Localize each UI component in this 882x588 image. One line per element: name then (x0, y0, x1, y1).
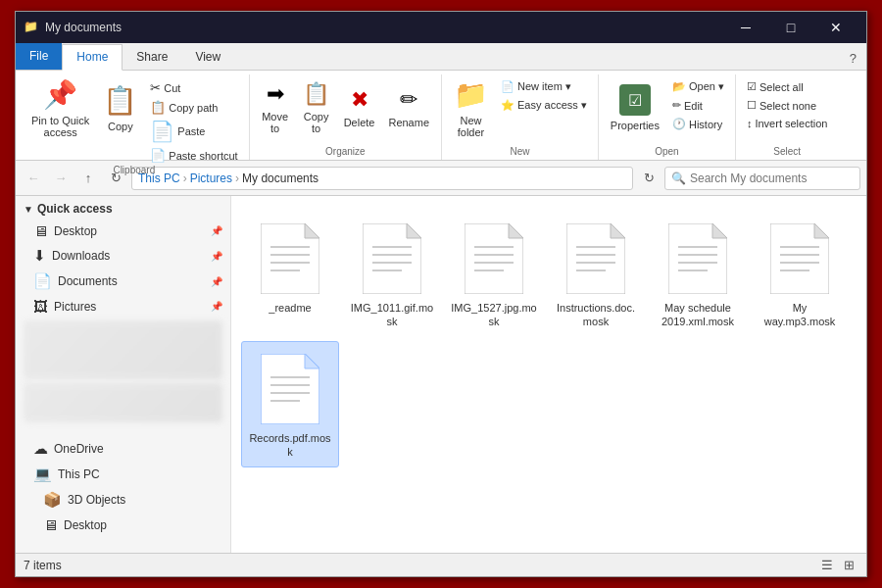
file-icon-my-way (764, 220, 835, 298)
select-none-button[interactable]: ☐ Select none (742, 97, 832, 114)
svg-marker-13 (509, 223, 523, 238)
file-item-instructions[interactable]: Instructions.doc.mosk (547, 212, 645, 337)
file-item-readme[interactable]: _readme (241, 212, 339, 337)
new-content: 📁 Newfolder 📄 New item ▾ ⭐ Easy access ▾ (448, 74, 592, 146)
sidebar-item-downloads-label: Downloads (52, 249, 110, 263)
clipboard-group: 📌 Pin to Quickaccess 📋 Copy ✂ Cut 📋 Copy… (20, 74, 250, 160)
address-refresh-button[interactable]: ↻ (637, 167, 661, 190)
file-icon-may-schedule (662, 220, 733, 298)
select-all-icon: ☑ (747, 80, 757, 93)
pin-to-quick-access-button[interactable]: 📌 Pin to Quickaccess (25, 74, 95, 141)
file-name-my-way: Myway.mp3.mosk (764, 301, 836, 329)
downloads-icon: ⬇ (33, 247, 46, 265)
tab-home[interactable]: Home (62, 44, 122, 71)
file-item-records[interactable]: Records.pdf.mosk (241, 341, 339, 468)
open-btn[interactable]: 📂 Open ▾ (667, 78, 729, 95)
new-folder-button[interactable]: 📁 Newfolder (448, 74, 494, 141)
tab-file[interactable]: File (16, 43, 62, 70)
search-icon: 🔍 (671, 172, 686, 185)
edit-icon: ✏ (672, 99, 681, 112)
view-buttons: ☰ ⊞ (817, 556, 858, 575)
new-item-button[interactable]: 📄 New item ▾ (496, 78, 592, 95)
history-icon: 🕐 (672, 118, 686, 130)
sidebar-blurred-2 (24, 383, 222, 422)
sidebar-blurred-1 (24, 320, 222, 379)
delete-button[interactable]: ✖ Delete (338, 74, 381, 141)
rename-icon: ✏ (400, 87, 417, 113)
downloads-pin-icon: 📌 (211, 251, 222, 262)
file-grid: _readme IMG_1011.gif.mosk (231, 196, 866, 483)
select-all-button[interactable]: ☑ Select all (742, 78, 832, 95)
select-label: Select (742, 146, 832, 160)
easy-access-button[interactable]: ⭐ Easy access ▾ (496, 97, 592, 114)
search-box[interactable]: 🔍 (664, 167, 860, 190)
sidebar: ▼ Quick access 🖥 Desktop 📌 ⬇ Downloads 📌… (16, 196, 231, 553)
file-item-my-way[interactable]: Myway.mp3.mosk (751, 212, 849, 337)
file-icon-readme (255, 220, 325, 298)
copy-to-button[interactable]: 📋 Copyto (297, 74, 336, 141)
rename-button[interactable]: ✏ Rename (382, 74, 435, 141)
copy-path-button[interactable]: 📋 Copy path (145, 98, 242, 117)
file-item-img1011[interactable]: IMG_1011.gif.mosk (343, 212, 441, 337)
sidebar-item-documents[interactable]: 📄 Documents 📌 (16, 269, 230, 294)
search-input[interactable] (690, 172, 854, 185)
copy-icon: 📋 (103, 84, 137, 117)
sidebar-item-desktop2[interactable]: 🖥 Desktop (16, 513, 230, 537)
new-group: 📁 Newfolder 📄 New item ▾ ⭐ Easy access ▾… (442, 74, 599, 160)
tab-share[interactable]: Share (122, 45, 181, 70)
desktop2-icon: 🖥 (43, 516, 58, 533)
tab-view[interactable]: View (181, 45, 234, 70)
paste-button[interactable]: 📄 Paste (145, 118, 242, 145)
file-name-readme: _readme (269, 301, 311, 315)
sidebar-item-desktop[interactable]: 🖥 Desktop 📌 (16, 219, 230, 243)
help-button[interactable]: ? (840, 47, 866, 70)
main-content: ▼ Quick access 🖥 Desktop 📌 ⬇ Downloads 📌… (16, 196, 866, 553)
paste-icon: 📄 (150, 120, 174, 143)
maximize-button[interactable]: □ (768, 12, 813, 43)
sidebar-item-documents-label: Documents (58, 274, 118, 288)
select-group: ☑ Select all ☐ Select none ↕ Invert sele… (736, 74, 838, 160)
documents-pin-icon: 📌 (211, 276, 222, 287)
svg-marker-31 (814, 223, 829, 238)
file-name-may-schedule: May schedule2019.xml.mosk (662, 301, 734, 329)
file-icon-records (255, 350, 325, 428)
clipboard-label: Clipboard (25, 165, 243, 178)
sidebar-item-this-pc[interactable]: 💻 This PC (16, 462, 230, 487)
cut-button[interactable]: ✂ Cut (145, 78, 242, 97)
this-pc-icon: 💻 (33, 466, 52, 483)
open-icon: 📂 (672, 80, 686, 93)
new-label: New (448, 146, 592, 160)
quick-access-chevron: ▼ (24, 204, 33, 215)
desktop-pin-icon: 📌 (211, 225, 222, 236)
grid-view-button[interactable]: ⊞ (839, 556, 858, 575)
cut-icon: ✂ (150, 80, 161, 95)
sidebar-item-desktop2-label: Desktop (64, 518, 107, 532)
sidebar-item-pictures[interactable]: 🖼 Pictures 📌 (16, 294, 230, 318)
svg-marker-1 (305, 223, 319, 238)
file-item-img1527[interactable]: IMG_1527.jpg.mosk (445, 212, 543, 337)
item-count: 7 items (24, 559, 62, 572)
sidebar-item-pictures-label: Pictures (54, 300, 96, 314)
sidebar-item-this-pc-label: This PC (58, 467, 100, 481)
pictures-pin-icon: 📌 (211, 301, 222, 312)
organize-group: ➡ Moveto 📋 Copyto ✖ Delete ✏ Rename Orga… (250, 74, 442, 160)
copy-path-icon: 📋 (150, 100, 166, 115)
sidebar-item-downloads[interactable]: ⬇ Downloads 📌 (16, 243, 230, 269)
history-btn[interactable]: 🕐 History (667, 116, 729, 132)
copy-button[interactable]: 📋 Copy (97, 74, 143, 141)
close-button[interactable]: ✕ (813, 12, 858, 43)
file-icon-img1011 (357, 220, 427, 298)
sidebar-item-3d-objects[interactable]: 📦 3D Objects (16, 487, 230, 513)
invert-selection-button[interactable]: ↕ Invert selection (742, 116, 832, 131)
file-icon-instructions (561, 220, 631, 298)
file-item-may-schedule[interactable]: May schedule2019.xml.mosk (649, 212, 747, 337)
title-bar: 📁 My documents ─ □ ✕ (16, 12, 866, 43)
paste-shortcut-button[interactable]: 📄 Paste shortcut (145, 146, 242, 165)
move-to-button[interactable]: ➡ Moveto (256, 74, 295, 141)
sidebar-item-onedrive[interactable]: ☁ OneDrive (16, 436, 230, 462)
properties-button[interactable]: ☑ Properties (605, 74, 665, 141)
edit-btn[interactable]: ✏ Edit (667, 97, 729, 114)
list-view-button[interactable]: ☰ (817, 556, 837, 575)
quick-access-header[interactable]: ▼ Quick access (16, 196, 230, 219)
minimize-button[interactable]: ─ (723, 12, 768, 43)
